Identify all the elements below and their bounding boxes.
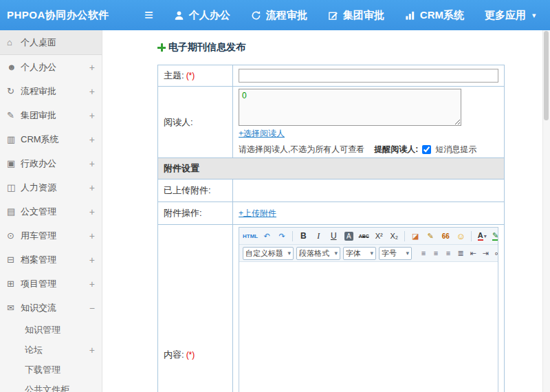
app-logo[interactable]: PHPOA协同办公软件 xyxy=(0,9,110,22)
editor-button-superscript[interactable]: X² xyxy=(372,229,386,243)
editor-button-indent[interactable]: ⇥ xyxy=(479,246,492,260)
attachment-ops-label: 附件操作: xyxy=(158,202,233,225)
nav-workflow-approval[interactable]: 流程审批 xyxy=(251,9,307,22)
expand-toggle-icon[interactable]: + xyxy=(89,62,95,73)
nav-personal-office[interactable]: 个人办公 xyxy=(174,9,230,22)
editor-content-area[interactable] xyxy=(239,262,498,392)
top-nav: 个人办公 流程审批 集团审批 CRM系统 更多应用 ▾ xyxy=(174,9,536,22)
nav-label: 流程审批 xyxy=(266,9,307,22)
subject-input[interactable] xyxy=(239,69,498,83)
editor-button-align-right[interactable]: ≡ xyxy=(442,246,454,260)
expand-toggle-icon[interactable]: + xyxy=(89,182,95,193)
sidebar-item-download-management[interactable]: 下载管理 xyxy=(0,360,102,380)
sidebar-item-icon: ↻ xyxy=(7,86,21,96)
sidebar-item-icon: ▥ xyxy=(7,134,21,144)
chevron-down-icon: ▾ xyxy=(532,11,536,20)
sidebar-item-label: 知识交流 xyxy=(21,302,89,314)
sidebar-item-personal-desktop[interactable]: ⌂ 个人桌面 xyxy=(0,30,102,55)
sidebar-item-icon: ◫ xyxy=(7,182,21,193)
sidebar-item-vehicle-management[interactable]: ⊙ 用车管理 + xyxy=(0,224,102,248)
expand-toggle-icon[interactable]: + xyxy=(89,134,95,145)
sidebar-item-knowledge-management[interactable]: 知识管理 xyxy=(0,320,102,340)
editor-button-align-center[interactable]: ≡ xyxy=(430,246,442,260)
main-content: 电子期刊信息发布 主题:(*) 阅读人: 0 +选择阅读人 请选择阅读人,不选为… xyxy=(102,30,543,392)
sidebar-item-public-file-cabinet[interactable]: 公共文件柜 xyxy=(0,380,102,392)
expand-toggle-icon[interactable]: + xyxy=(89,279,95,290)
sidebar-item-personal-office[interactable]: ☻ 个人办公 + xyxy=(0,55,102,79)
editor-button-undo[interactable]: ↶ xyxy=(260,229,274,243)
sidebar-item-icon: ✎ xyxy=(7,110,21,120)
nav-crm-system[interactable]: CRM系统 xyxy=(405,9,464,22)
sidebar-item-icon: ⊞ xyxy=(7,279,21,289)
editor-button-strikethrough[interactable]: ABC xyxy=(357,229,371,243)
sidebar-item-document-management[interactable]: ▤ 公文管理 + xyxy=(0,199,102,224)
expand-toggle-icon[interactable]: + xyxy=(89,86,95,97)
editor-dropdown-paragraph-format[interactable]: 段落格式 ▾ xyxy=(296,247,340,260)
editor-button-underline[interactable]: U xyxy=(327,229,340,243)
content-label: 内容: xyxy=(164,349,184,360)
editor-button-highlight-color[interactable]: ✎ ▾ xyxy=(490,229,498,243)
sidebar-item-icon: ✉ xyxy=(7,303,21,313)
expand-toggle-icon[interactable]: + xyxy=(89,230,95,241)
editor-button-separator[interactable] xyxy=(404,231,405,241)
sidebar-item-knowledge-exchange[interactable]: ✉ 知识交流 − xyxy=(0,296,102,320)
sidebar-item-label: 公文管理 xyxy=(21,206,89,218)
expand-toggle-icon[interactable]: + xyxy=(89,345,95,356)
editor-dropdown-custom-title[interactable]: 自定义标题 ▾ xyxy=(243,247,294,260)
page-title-text: 电子期刊信息发布 xyxy=(168,41,245,54)
expand-toggle-icon[interactable]: + xyxy=(89,254,95,265)
sms-remind-checkbox[interactable] xyxy=(422,145,431,154)
person-icon xyxy=(174,10,184,21)
editor-button-remove-format[interactable]: ◪ xyxy=(408,229,422,243)
editor-button-font-color[interactable]: A ▾ xyxy=(475,229,489,243)
sidebar-item-administrative-office[interactable]: ▣ 行政办公 + xyxy=(0,151,102,175)
nav-group-approval[interactable]: 集团审批 xyxy=(328,9,384,22)
editor-dropdown-font-family[interactable]: 字体 ▾ xyxy=(343,247,376,260)
readers-textarea[interactable]: 0 xyxy=(239,89,461,126)
editor-button-bold[interactable]: B xyxy=(296,229,310,243)
expand-toggle-icon[interactable]: + xyxy=(89,110,95,121)
nav-label: 个人办公 xyxy=(189,9,230,22)
editor-button-font-background[interactable]: A xyxy=(342,229,355,243)
editor-button-italic[interactable]: I xyxy=(311,229,325,243)
editor-button-source-code[interactable]: HTML xyxy=(242,229,258,243)
sidebar-item-project-management[interactable]: ⊞ 项目管理 + xyxy=(0,272,102,296)
sidebar-item-workflow-approval[interactable]: ↻ 流程审批 + xyxy=(0,79,102,103)
editor-dropdowns: 自定义标题 ▾ 段落格式 ▾ 字体 xyxy=(241,247,413,260)
required-mark: (*) xyxy=(186,71,195,80)
editor-button-align-justify[interactable]: ≣ xyxy=(454,246,467,260)
sidebar-item-forum[interactable]: 论坛 + xyxy=(0,340,102,360)
hamburger-menu-icon[interactable]: ≡ xyxy=(144,8,153,23)
select-readers-link[interactable]: +选择阅读人 xyxy=(239,128,285,140)
editor-button-format-painter[interactable]: ✎ xyxy=(424,229,437,243)
chevron-down-icon: ▾ xyxy=(287,250,291,257)
scrollbar-thumb[interactable] xyxy=(544,31,549,120)
sidebar-item-crm-system[interactable]: ▥ CRM系统 + xyxy=(0,127,102,151)
editor-button-blockquote[interactable]: 66 xyxy=(439,229,452,243)
nav-more-apps[interactable]: 更多应用 ▾ xyxy=(485,9,536,22)
editor-button-align-left[interactable]: ≡ xyxy=(417,246,430,260)
attachment-ops-row: 附件操作: +上传附件 xyxy=(158,202,505,225)
editor-button-subscript[interactable]: X₂ xyxy=(387,229,401,243)
sidebar-item-label: 档案管理 xyxy=(21,254,89,266)
chevron-down-icon: ▾ xyxy=(334,250,338,257)
editor-button-redo[interactable]: ↷ xyxy=(275,229,289,243)
editor-button-separator[interactable] xyxy=(292,231,293,241)
expand-toggle-icon[interactable]: + xyxy=(89,158,95,169)
sidebar-item-label: 下载管理 xyxy=(25,364,95,376)
upload-attachment-link[interactable]: +上传附件 xyxy=(239,208,276,219)
readers-row: 阅读人: 0 +选择阅读人 请选择阅读人,不选为所有人可查看 提醒阅读人: 短消… xyxy=(158,87,505,158)
editor-button-separator[interactable] xyxy=(471,231,472,241)
editor-button-emoticons[interactable]: ☺ xyxy=(454,229,468,243)
editor-button-link[interactable]: ∞ xyxy=(492,246,498,260)
sidebar-item-human-resources[interactable]: ◫ 人力资源 + xyxy=(0,175,102,199)
page-scrollbar[interactable] xyxy=(542,30,550,392)
editor-dropdown-font-size[interactable]: 字号 ▾ xyxy=(379,247,412,260)
sidebar-item-archive-management[interactable]: ⊟ 档案管理 + xyxy=(0,248,102,272)
editor-button-outdent[interactable]: ⇤ xyxy=(467,246,479,260)
sidebar-item-label: 项目管理 xyxy=(21,278,89,290)
expand-toggle-icon[interactable]: − xyxy=(89,303,95,314)
sidebar-item-group-approval[interactable]: ✎ 集团审批 + xyxy=(0,103,102,127)
sidebar-item-icon: ☻ xyxy=(7,62,21,72)
expand-toggle-icon[interactable]: + xyxy=(89,206,95,217)
